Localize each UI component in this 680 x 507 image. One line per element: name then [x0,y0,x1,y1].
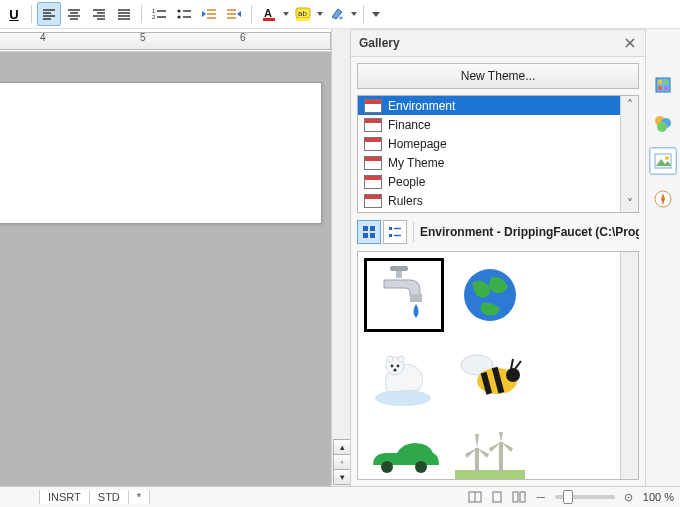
ruler-tick: 5 [140,32,146,43]
icon-view-button[interactable] [357,220,381,244]
decrease-indent-button[interactable] [197,2,221,26]
svg-marker-40 [351,12,357,16]
svg-point-60 [391,365,394,368]
toolbar-overflow[interactable] [369,4,383,24]
svg-point-83 [657,122,667,132]
background-color-dropdown[interactable] [350,4,358,24]
separator [141,5,142,23]
theme-item[interactable]: Finance [358,115,620,134]
svg-rect-47 [370,233,375,238]
svg-point-86 [665,156,669,160]
document-area: 4 5 6 [0,29,331,486]
svg-point-71 [415,461,427,473]
new-theme-button[interactable]: New Theme... [357,63,639,89]
gallery-item-path: Environment - DrippingFaucet (C:\Prog [420,225,639,239]
sidebar-deck [645,29,680,486]
thumb-bee[interactable] [450,338,530,412]
svg-rect-49 [389,234,392,237]
theme-item[interactable]: People [358,172,620,191]
svg-marker-38 [317,12,323,16]
status-cell[interactable]: * [128,490,150,504]
font-color-button[interactable]: A [257,2,281,26]
separator [31,5,32,23]
separator [413,222,414,242]
thumb-wind-turbine[interactable] [450,418,530,479]
svg-rect-53 [390,266,408,271]
svg-rect-48 [389,227,392,230]
document-canvas[interactable] [0,52,331,486]
svg-marker-34 [283,12,289,16]
svg-point-62 [393,368,396,371]
zoom-slider[interactable] [555,495,615,499]
svg-rect-91 [493,492,501,502]
gallery-close-button[interactable] [623,36,637,50]
prev-page-button[interactable]: ▴ [333,439,351,455]
navigator-deck-button[interactable] [649,185,677,213]
styles-deck-button[interactable] [649,109,677,137]
svg-point-20 [177,9,180,12]
svg-rect-33 [263,18,275,21]
page[interactable] [0,82,322,224]
svg-text:2: 2 [152,14,156,20]
nav-menu-button[interactable]: ◦ [333,454,351,470]
theme-label: People [388,175,425,189]
gallery-deck-button[interactable] [649,147,677,175]
theme-item[interactable]: Rulers [358,191,620,210]
svg-marker-31 [237,11,241,17]
single-page-icon[interactable] [489,489,505,505]
highlight-dropdown[interactable] [316,4,324,24]
svg-marker-41 [372,12,380,17]
svg-line-69 [511,359,513,369]
thumb-polar-bear[interactable] [364,338,444,412]
svg-marker-27 [202,11,206,17]
svg-point-21 [177,15,180,18]
theme-item[interactable]: My Theme [358,153,620,172]
theme-swatch-icon [364,194,382,208]
status-cell[interactable]: STD [89,490,129,504]
align-left-button[interactable] [37,2,61,26]
svg-rect-92 [513,492,518,502]
theme-list-scrollbar[interactable]: ˄ ˅ [620,96,638,212]
book-view-icon[interactable] [467,489,483,505]
background-color-button[interactable] [325,2,349,26]
bullet-list-button[interactable] [172,2,196,26]
align-justify-button[interactable] [112,2,136,26]
horizontal-ruler[interactable]: 4 5 6 [0,29,331,52]
highlight-button[interactable]: ab [291,2,315,26]
theme-item[interactable]: Homepage [358,134,620,153]
svg-rect-77 [658,80,662,84]
formatting-toolbar: U 12 A ab [0,0,680,29]
thumb-green-car[interactable] [364,418,444,479]
zoom-out-icon[interactable]: ─ [533,489,549,505]
scroll-down-icon[interactable]: ˅ [621,195,638,212]
theme-list: EnvironmentFinanceHomepageMy ThemePeople… [357,95,639,213]
thumb-earth-globe[interactable] [450,258,530,332]
svg-point-67 [506,368,520,382]
font-color-dropdown[interactable] [282,4,290,24]
next-page-button[interactable]: ▾ [333,469,351,485]
properties-deck-button[interactable] [649,71,677,99]
scroll-up-icon[interactable]: ˄ [621,96,638,113]
zoom-fit-icon[interactable]: ⊙ [621,489,637,505]
increase-indent-button[interactable] [222,2,246,26]
svg-text:ab: ab [298,9,307,18]
theme-swatch-icon [364,156,382,170]
thumb-dripping-faucet[interactable] [364,258,444,332]
align-right-button[interactable] [87,2,111,26]
gallery-thumbnails [358,252,620,479]
underline-button[interactable]: U [2,2,26,26]
numbered-list-button[interactable]: 12 [147,2,171,26]
svg-rect-44 [363,226,368,231]
vertical-scrollbar[interactable]: ▴ ◦ ▾ [331,29,350,486]
thumbnails-scrollbar[interactable] [620,252,638,479]
theme-item[interactable]: Environment [358,96,620,115]
status-cell[interactable]: INSRT [39,490,90,504]
theme-swatch-icon [364,99,382,113]
separator [251,5,252,23]
svg-rect-37 [296,18,310,21]
multi-page-icon[interactable] [511,489,527,505]
align-center-button[interactable] [62,2,86,26]
svg-point-56 [375,390,431,406]
svg-rect-45 [370,226,375,231]
detail-view-button[interactable] [383,220,407,244]
